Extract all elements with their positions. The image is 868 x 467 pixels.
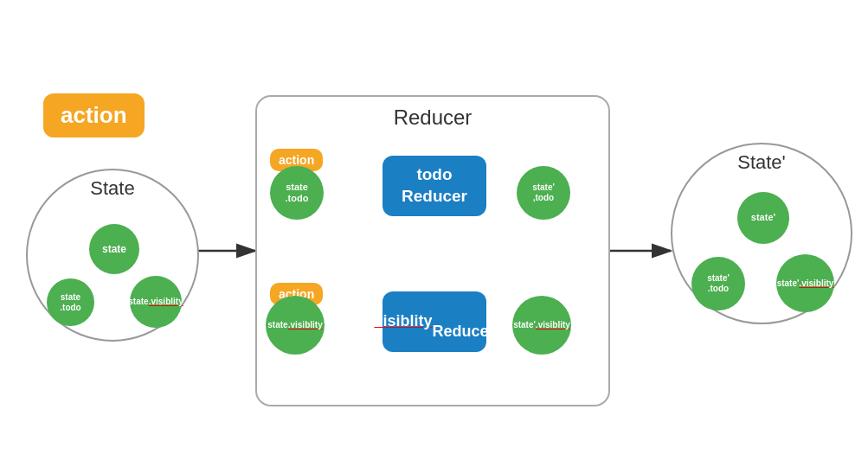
reducer-state-visibility-node: state.visiblity [266, 296, 325, 355]
state-prime-center-node: state' [737, 192, 789, 244]
visibility-reducer-box: visiblityReducer [383, 291, 486, 352]
reducer-box: Reducer action state.todo todoReducer st… [255, 95, 610, 406]
state-prime-circle: State' state' state'.todo state'.visibli… [671, 143, 852, 324]
reducer-output-visibility-node: state'.visiblity [512, 296, 571, 355]
state-prime-visibility-node: state'.visiblity [776, 254, 834, 312]
state-prime-todo-node: state'.todo [691, 257, 745, 310]
diagram-container: action State state state.todo state.visi… [0, 0, 868, 467]
state-todo-node: state.todo [47, 278, 94, 326]
state-visibility-node: state.visiblity [130, 276, 182, 328]
reducer-state-todo-node: state.todo [270, 166, 324, 220]
state-prime-label: State' [737, 151, 786, 174]
state-center-node: state [89, 224, 139, 274]
action-label-topleft: action [43, 93, 145, 138]
state-circle-label: State [90, 177, 134, 200]
reducer-output-todo-node: state',todo [517, 166, 570, 220]
state-circle: State state state.todo state.visiblity [26, 169, 199, 342]
reducer-box-label: Reducer [394, 106, 473, 130]
todo-reducer-box: todoReducer [383, 156, 486, 216]
action-badge-topleft: action [43, 93, 145, 138]
